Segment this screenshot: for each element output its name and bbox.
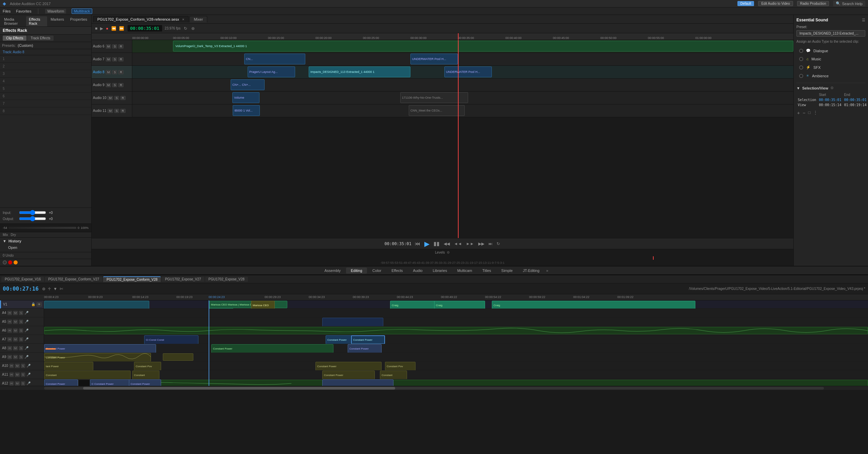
history-collapse-icon[interactable]: ▼ [3,239,6,243]
track-audio8-content[interactable]: PragerU Layout Ag... Impacts_DESIGNED_11… [132,66,793,78]
a10-s-btn[interactable]: S [21,364,25,368]
seq-tab-conform-v27[interactable]: PGU1702_Expose_Conform_V27 [45,277,102,282]
track8-s-btn[interactable]: S [112,70,117,74]
ws-tab-titles[interactable]: Titles [478,268,496,274]
ws-tab-libraries[interactable]: Libraries [428,268,452,274]
vt-a7-clip1[interactable]: Ci Const Const [144,335,198,344]
ws-tab-editing[interactable]: Editing [346,268,367,274]
fit-view-btn[interactable]: □ [807,110,811,116]
vt-a10-clip2[interactable]: Constant Pov [134,362,161,371]
sv-settings-icon[interactable]: ⚙ [830,86,834,90]
vt-a11-clip4[interactable]: Constant [380,371,407,379]
audio-type-music[interactable]: ♫ Music [796,55,865,63]
pb-pause-btn[interactable]: ▮▮ [433,240,440,247]
waveform-mode-btn[interactable]: Waveform [45,9,66,14]
output-gain-slider[interactable] [19,216,46,221]
track8-m-btn[interactable]: M [106,70,111,74]
seq-tab-conform-v28[interactable]: PGU1702_Expose_Conform_V28 [103,276,161,282]
vt-a8-row[interactable]: Constant Power Constant Power Constant P… [44,344,868,353]
a5-s-btn[interactable]: S [19,320,23,324]
seq-tab-v16[interactable]: PGU1702_Expose_V16 [1,277,44,282]
input-gain-slider[interactable] [19,210,46,215]
dialogue-radio[interactable] [799,49,803,53]
a12-s-btn[interactable]: S [21,381,25,386]
vt-add-marker-btn[interactable]: ▼ [53,287,58,291]
ws-tab-effects[interactable]: Effects [387,268,407,274]
track10-r-btn[interactable]: R [120,96,126,100]
vt-a10-clip3[interactable]: Constant Power [315,362,382,371]
vt-a5-clip1[interactable] [322,318,383,327]
ws-tab-multicam[interactable]: Multicam [452,268,477,274]
audio-type-sfx[interactable]: ⚡ SFX [796,63,865,72]
audio11-clip2[interactable]: CNN_Meet the CEOs... [409,105,465,116]
ws-tab-audio[interactable]: Audio [408,268,427,274]
track6-s-btn[interactable]: S [112,44,117,48]
vt-a7-row[interactable]: Ci Const Const Constant Power Constant P… [44,335,868,344]
a10-m-btn[interactable]: M [15,364,20,368]
a5-m-btn[interactable]: M [13,320,18,324]
track10-m-btn[interactable]: M [108,96,113,100]
v1-eye-btn[interactable]: 👁 [37,302,42,307]
a4-h-btn[interactable]: H [7,311,12,315]
a12-m-btn[interactable]: M [15,381,20,386]
pb-prev-btn[interactable]: ◀◀ [443,241,450,246]
a10-h-btn[interactable]: H [9,364,14,368]
vt-a12-clip1[interactable]: Constant Power [44,379,78,386]
track11-r-btn[interactable]: R [120,109,126,113]
tab-markers[interactable]: Markers [48,16,67,26]
vt-a12-clip2[interactable]: C Constant Power [90,379,131,386]
a7-m-btn[interactable]: M [13,337,18,341]
vt-a12-row[interactable]: Constant Power C Constant Power Constant… [44,379,868,386]
vt-razor-btn[interactable]: ✄ [59,287,64,291]
audio9-clip1[interactable]: CN+... CN+... [231,79,265,90]
ws-tab-color[interactable]: Color [368,268,386,274]
vt-a10-clip4[interactable]: Constant Pov [385,362,416,371]
a9-m-btn[interactable]: M [13,355,18,359]
a8-s-btn[interactable]: S [19,346,23,350]
sv-collapse-icon[interactable]: ▼ [796,86,800,90]
vt-a11-clip1[interactable]: Constant [44,371,131,379]
vt-a12-clip3[interactable]: Constant Power [129,379,161,386]
tab-media-browser[interactable]: Media Browser [1,16,25,26]
vt-a9-row[interactable]: Constant Power [44,353,868,361]
pb-fwd-btn[interactable]: ►► [465,241,475,246]
audio11-clip1[interactable]: IB000 1 Vol... [233,105,260,116]
vt-a5-row[interactable] [44,317,868,326]
record-btn[interactable]: ● [105,26,109,31]
vt-a12-clip4[interactable] [322,379,393,386]
a6-h-btn[interactable]: H [7,329,12,333]
search-help-area[interactable]: 🔍 Search Help [833,1,865,6]
waveform-area[interactable]: Audio 6 M S R VolumPragerlJ_Dark_Temp_V3… [92,40,793,238]
audio6-clip1[interactable]: VolumPragerlJ_Dark_Temp_V3 Extracted_1 4… [173,41,793,52]
sfx-radio[interactable] [799,65,803,70]
tab-properties[interactable]: Properties [67,16,90,26]
pb-loop-btn[interactable]: ↻ [496,241,501,246]
track-audio9-content[interactable]: CN+... CN+... [132,79,793,91]
vt-a6-waveform[interactable] [44,327,868,334]
audio-type-ambience[interactable]: ☀ Ambience [796,72,865,80]
close-sesx-icon[interactable]: × [182,17,184,21]
track9-r-btn[interactable]: R [118,83,123,87]
pb-play-btn[interactable]: ▶ [424,240,430,248]
track11-m-btn[interactable]: M [108,109,113,113]
vt-a4-row[interactable] [44,309,868,317]
seq-tab-v27[interactable]: PGU1702_Expose_V27 [161,277,204,282]
zoom-in-btn[interactable]: + [796,110,801,116]
a12-h-btn[interactable]: H [9,381,14,386]
workspace-radio-btn[interactable]: Radio Production [797,1,829,6]
a7-h-btn[interactable]: H [7,337,12,341]
vt-v1-row[interactable]: Marissa CEO Marissa CEO Marissa | Mariss… [44,300,868,309]
pb-next-btn[interactable]: ▶▶ [478,241,485,246]
audio8-clip3[interactable]: UNDERWATER Pool H... [444,66,492,77]
multitrack-mode-btn[interactable]: Multitrack [72,8,92,14]
vt-a8-clip3[interactable]: Constant Power [348,344,382,353]
vt-link-btn[interactable]: ♱ [47,287,52,291]
a6-s-btn[interactable]: S [19,329,23,333]
track9-m-btn[interactable]: M [106,83,111,87]
vt-a9-clip2[interactable] [163,353,193,361]
a11-m-btn[interactable]: M [15,373,20,377]
track7-m-btn[interactable]: M [106,57,111,61]
track-audio10-content[interactable]: Volume 171106-Why-No-One-Trusts... [132,92,793,104]
vt-a8-clip2[interactable]: Constant Power [211,344,333,353]
track10-s-btn[interactable]: S [114,96,119,100]
